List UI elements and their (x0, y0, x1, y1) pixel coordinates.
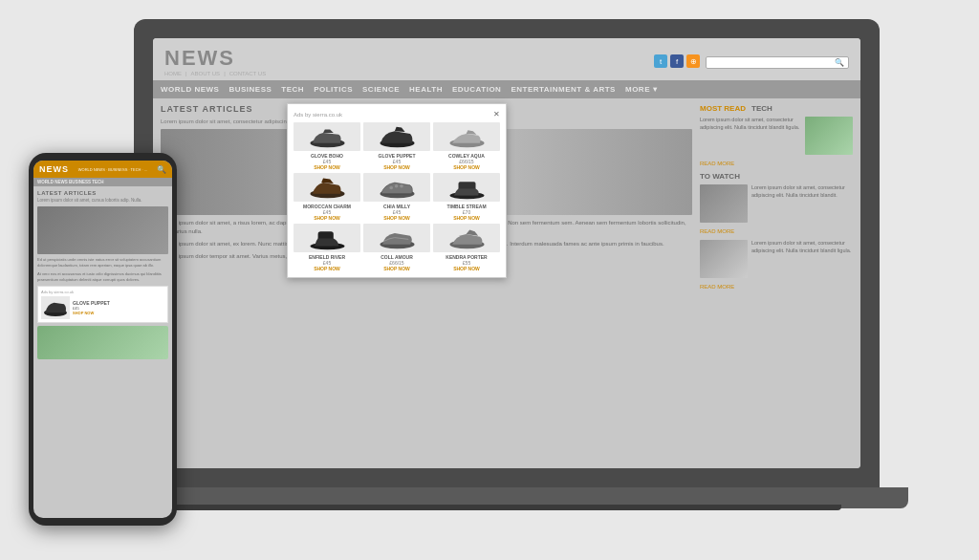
ad-item-6-shop[interactable]: SHOP NOW (433, 215, 500, 221)
mobile-ad-shop-btn[interactable]: SHOP NOW (73, 311, 110, 315)
nav-science[interactable]: SCIENCE (362, 85, 400, 94)
ad-item-5-shop[interactable]: SHOP NOW (363, 215, 430, 221)
mobile-ad-text: GLOVE PUPPET £45 SHOP NOW (73, 300, 110, 315)
ad-grid: GLOVE BOHO £45 SHOP NOW (294, 122, 500, 271)
mobile-main-image (37, 206, 168, 254)
ad-shoe-img-5 (363, 173, 430, 202)
home-link[interactable]: HOME (164, 71, 182, 76)
shoe-svg-4 (297, 175, 358, 201)
ad-item-7: ENFIELD RIVER £45 SHOP NOW (294, 224, 360, 271)
sidebar-article-2: Lorem ipsum dolor sit amet, consectetur … (700, 184, 853, 223)
most-read-label: MOST READ (700, 104, 746, 113)
mobile-game-image (37, 326, 168, 359)
ad-item-7-shop[interactable]: SHOP NOW (294, 266, 360, 271)
ad-item-4: MOROCCAN CHARM £45 SHOP NOW (294, 173, 360, 221)
shoe-svg-2 (367, 124, 427, 150)
shoe-svg-5 (367, 175, 427, 201)
ad-item-3-shop[interactable]: SHOP NOW (433, 164, 500, 170)
ad-item-8: COLL AMOUR £66/15 SHOP NOW (363, 224, 430, 271)
sidebar: MOST READ TECH Lorem ipsum dolor sit ame… (700, 104, 853, 454)
nav-world-news[interactable]: WORLD NEWS (161, 85, 219, 94)
facebook-icon[interactable]: f (670, 54, 684, 68)
read-more-2[interactable]: READ MORE (700, 228, 853, 234)
laptop-device: NEWS HOME | ABOUT US | CONTACT US (134, 19, 880, 526)
ad-item-8-shop[interactable]: SHOP NOW (363, 266, 430, 271)
ad-close-button[interactable]: ✕ (493, 110, 500, 118)
ad-shoe-img-4 (294, 173, 360, 202)
search-icon[interactable]: 🔍 (835, 58, 844, 67)
laptop-screen: NEWS HOME | ABOUT US | CONTACT US (153, 38, 860, 468)
shoe-svg-8 (367, 226, 427, 251)
mobile-screen: NEWS WORLD NEWS · BUSINESS · TECH · ... … (33, 161, 172, 518)
rss-icon[interactable]: ⊕ (686, 54, 700, 68)
contact-link[interactable]: CONTACT US (229, 71, 266, 76)
header-right: t f ⊕ 🔍 (654, 54, 849, 69)
ad-item-6: TIMBLE STREAM £70 SHOP NOW (433, 173, 500, 221)
mobile-nav-bar: WORLD NEWS BUSINESS TECH (33, 178, 172, 186)
about-link[interactable]: ABOUT US (191, 71, 221, 76)
ad-shoe-img-7 (294, 224, 360, 252)
mobile-device: NEWS WORLD NEWS · BUSINESS · TECH · ... … (29, 153, 177, 526)
sidebar-article-3-img (700, 240, 748, 278)
nav-education[interactable]: EDUCATION (452, 85, 501, 94)
site-logo: NEWS (164, 46, 266, 71)
shoe-svg-1 (297, 124, 358, 150)
social-icons: t f ⊕ (654, 54, 700, 68)
sidebar-article-2-img (700, 184, 748, 223)
mobile-body-text-2: At vero eos et accusamus et iusto odio d… (37, 271, 168, 283)
mobile-nav-text: WORLD NEWS BUSINESS TECH (37, 180, 104, 184)
svg-point-6 (394, 183, 398, 187)
sidebar-article-3: Lorem ipsum dolor sit amet, consectetur … (700, 240, 853, 278)
ad-header: Ads by sierra.co.uk ✕ (294, 110, 500, 118)
mobile-article-desc: Lorem ipsum dolor sit amet, cursus lobor… (37, 198, 168, 204)
ad-shoe-img-9 (433, 224, 500, 252)
ad-item-9-shop[interactable]: SHOP NOW (433, 266, 500, 271)
nav-politics[interactable]: POLITICS (314, 85, 353, 94)
ad-shoe-img-3 (433, 122, 500, 151)
sidebar-article-1-img (805, 117, 853, 155)
ad-item-1-shop[interactable]: SHOP NOW (294, 164, 360, 170)
mobile-body: NEWS WORLD NEWS · BUSINESS · TECH · ... … (29, 153, 177, 526)
ad-item-1: GLOVE BOHO £45 SHOP NOW (294, 122, 360, 170)
nav-tech[interactable]: TECH (281, 85, 304, 94)
nav-entertainment[interactable]: ENTERTAINMENT & ARTS (511, 85, 616, 94)
ad-item-2-shop[interactable]: SHOP NOW (363, 164, 430, 170)
nav-more[interactable]: MORE ▾ (625, 85, 657, 94)
tech-label: TECH (751, 104, 772, 113)
ad-shoe-img-8 (363, 224, 430, 252)
mobile-nav-links: WORLD NEWS · BUSINESS · TECH · ... (78, 167, 147, 172)
ad-item-4-shop[interactable]: SHOP NOW (294, 215, 360, 221)
scene: NEWS HOME | ABOUT US | CONTACT US (0, 0, 979, 560)
mobile-body-text-1: Ed ut perspiciatis unde omnis iste natus… (37, 257, 168, 269)
site-content: LATEST ARTICLES Lorem ipsum dolor sit am… (153, 98, 860, 460)
search-bar[interactable]: 🔍 (706, 56, 849, 69)
mobile-header-links: WORLD NEWS · BUSINESS · TECH · ... (78, 167, 147, 172)
mobile-ad-label: Ads by sierra.co.uk (41, 290, 164, 294)
svg-point-5 (389, 185, 393, 189)
mobile-section-title: LATEST ARTICLES (37, 190, 168, 196)
ad-item-3: COWLEY AQUA £66/15 SHOP NOW (433, 122, 500, 170)
ad-item-9: KENDRA PORTER £55 SHOP NOW (433, 224, 500, 271)
mobile-ad-img (41, 296, 70, 319)
mobile-content: LATEST ARTICLES Lorem ipsum dolor sit am… (33, 186, 172, 363)
ad-popup: Ads by sierra.co.uk ✕ (287, 103, 507, 278)
laptop-foot (172, 505, 841, 510)
ad-shoe-img-6 (433, 173, 500, 202)
sidebar-article-1: Lorem ipsum dolor sit amet, consectetur … (700, 117, 853, 155)
shoe-svg-7 (297, 226, 358, 251)
twitter-icon[interactable]: t (654, 54, 667, 68)
nav-health[interactable]: HEALTH (409, 85, 443, 94)
mobile-ad-content: GLOVE PUPPET £45 SHOP NOW (41, 296, 164, 319)
read-more-3[interactable]: READ MORE (700, 284, 853, 290)
ad-label: Ads by sierra.co.uk (294, 112, 342, 118)
mobile-search-icon[interactable]: 🔍 (157, 165, 166, 174)
shoe-svg-3 (437, 124, 497, 150)
read-more-1[interactable]: READ MORE (700, 161, 853, 166)
mobile-header: NEWS WORLD NEWS · BUSINESS · TECH · ... … (33, 161, 172, 178)
mobile-logo: NEWS (39, 164, 69, 174)
svg-point-7 (400, 183, 403, 187)
website: NEWS HOME | ABOUT US | CONTACT US (153, 38, 860, 468)
nav-business[interactable]: BUSINESS (228, 85, 272, 94)
search-input[interactable] (710, 59, 835, 66)
ad-shoe-img-2 (363, 122, 430, 151)
